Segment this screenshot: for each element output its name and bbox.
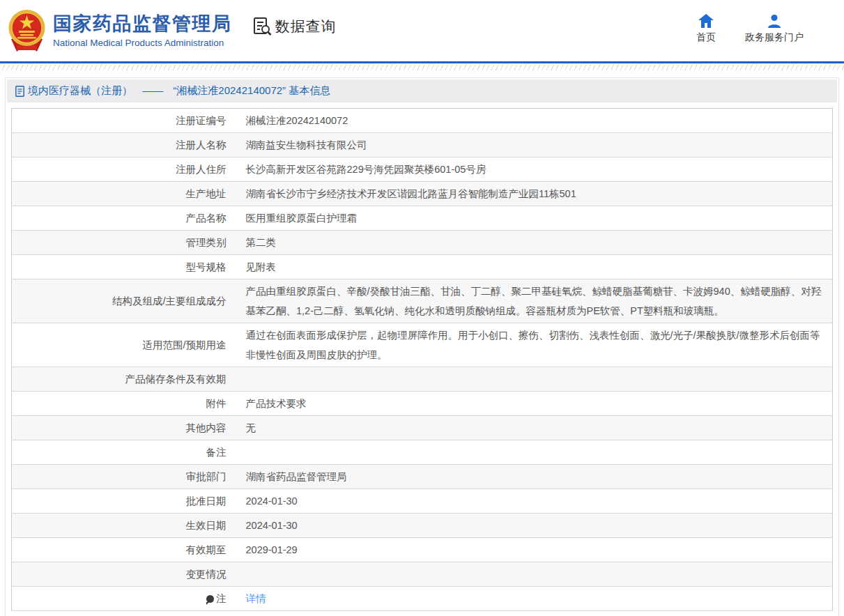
- org-title-block: 国家药品监督管理局 National Medical Products Admi…: [53, 13, 232, 47]
- breadcrumb-separator: ——: [142, 84, 163, 96]
- row-value: 湖南省长沙市宁乡经济技术开发区谐园北路蓝月谷智能制造产业园11栋501: [246, 188, 576, 199]
- detail-link[interactable]: 详情: [246, 593, 266, 604]
- site-title: 数据查询: [275, 17, 337, 36]
- row-label: 备注: [206, 447, 227, 458]
- table-row: 有效期至 2029-01-29: [12, 538, 833, 562]
- site-section: 数据查询: [252, 16, 337, 37]
- hatch-stripe-band: [0, 64, 844, 70]
- row-label: 审批部门: [186, 471, 227, 482]
- page-header: 国家药品监督管理局 National Medical Products Admi…: [0, 0, 844, 61]
- top-nav: 首页 政务服务门户: [696, 14, 804, 44]
- table-row: 生效日期 2024-01-30: [12, 514, 833, 538]
- row-value: 产品技术要求: [246, 398, 307, 409]
- row-label: 产品储存条件及有效期: [125, 374, 227, 385]
- row-value: 产品由重组胶原蛋白、辛酸/癸酸甘油三酯、甘油、丁二醇、聚二甲基硅氧烷、鲸蜡硬脂基…: [246, 286, 822, 316]
- nav-portal-label: 政务服务门户: [745, 31, 804, 44]
- table-row: 审批部门 湖南省药品监督管理局: [12, 465, 833, 489]
- header-divider-line: [0, 61, 844, 63]
- home-icon: [698, 14, 714, 28]
- row-label: 型号规格: [186, 261, 227, 272]
- row-label: 有效期至: [186, 544, 227, 555]
- row-label: 变更情况: [186, 569, 227, 580]
- row-value: 见附表: [246, 261, 277, 272]
- table-row: 型号规格 见附表: [12, 255, 833, 279]
- row-value: 2024-01-30: [246, 495, 298, 507]
- row-value: 湖南益安生物科技有限公司: [246, 139, 367, 151]
- row-value: 湘械注准20242140072: [246, 115, 348, 126]
- table-row: 批准日期 2024-01-30: [12, 489, 833, 514]
- national-emblem-logo: [7, 8, 47, 53]
- row-label: 适用范围/预期用途: [142, 339, 226, 351]
- table-row: 注册人名称 湖南益安生物科技有限公司: [12, 133, 833, 157]
- breadcrumb-category[interactable]: 境内医疗器械（注册）: [28, 84, 132, 96]
- row-value: 2029-01-29: [246, 544, 298, 555]
- row-label: 批准日期: [186, 495, 227, 507]
- registration-info-table: 注册证编号 湘械注准20242140072 注册人名称 湖南益安生物科技有限公司…: [11, 108, 833, 611]
- table-row: 备注: [12, 440, 833, 465]
- row-value: 医用重组胶原蛋白护理霜: [246, 213, 358, 224]
- row-label: 注册证编号: [176, 115, 227, 126]
- nav-item-portal[interactable]: 政务服务门户: [745, 14, 804, 44]
- person-icon: [767, 14, 782, 28]
- row-label: 生效日期: [186, 520, 227, 531]
- table-row: 适用范围/预期用途 通过在创面表面形成保护层，起物理屏障作用。用于小创口、擦伤、…: [12, 323, 833, 367]
- table-row: 注册证编号 湘械注准20242140072: [12, 109, 833, 133]
- row-value: 长沙高新开发区谷苑路229号海凭园聚英楼601-05号房: [246, 164, 486, 175]
- file-icon: [15, 86, 24, 97]
- table-row: 注 详情: [12, 587, 833, 611]
- row-label: 附件: [206, 398, 227, 409]
- table-row: 生产地址 湖南省长沙市宁乡经济技术开发区谐园北路蓝月谷智能制造产业园11栋501: [12, 182, 833, 206]
- table-row: 产品储存条件及有效期: [12, 367, 833, 392]
- main-container: 境内医疗器械（注册） —— “湘械注准20242140072” 基本信息 注册证…: [5, 77, 839, 616]
- nav-home-label: 首页: [696, 31, 716, 44]
- note-bulb-icon: [206, 595, 214, 603]
- nav-item-home[interactable]: 首页: [696, 14, 716, 44]
- document-search-icon: [252, 16, 273, 37]
- breadcrumb: 境内医疗器械（注册） —— “湘械注准20242140072” 基本信息: [7, 79, 837, 102]
- row-value: 无: [246, 422, 256, 433]
- table-row: 管理类别 第二类: [12, 231, 833, 255]
- row-value: 第二类: [246, 237, 277, 248]
- table-row: 产品名称 医用重组胶原蛋白护理霜: [12, 206, 833, 231]
- org-name-en: National Medical Products Administration: [53, 38, 232, 48]
- row-value: 湖南省药品监督管理局: [246, 471, 347, 482]
- row-label: 管理类别: [186, 237, 227, 248]
- breadcrumb-text: 境内医疗器械（注册） —— “湘械注准20242140072” 基本信息: [28, 84, 330, 98]
- registration-table-body: 注册证编号 湘械注准20242140072 注册人名称 湖南益安生物科技有限公司…: [12, 109, 833, 611]
- row-label: 结构及组成/主要组成成分: [112, 295, 227, 307]
- page-title: “湘械注准20242140072” 基本信息: [173, 84, 330, 96]
- row-label: 其他内容: [186, 422, 227, 433]
- row-label: 注: [216, 593, 227, 604]
- row-value: 2024-01-30: [246, 520, 298, 531]
- table-row: 注册人住所 长沙高新开发区谷苑路229号海凭园聚英楼601-05号房: [12, 157, 833, 182]
- row-label: 注册人住所: [176, 164, 227, 175]
- table-row: 其他内容 无: [12, 416, 833, 440]
- table-row: 附件 产品技术要求: [12, 392, 833, 416]
- table-row: 结构及组成/主要组成成分 产品由重组胶原蛋白、辛酸/癸酸甘油三酯、甘油、丁二醇、…: [12, 279, 833, 323]
- row-label: 注册人名称: [176, 139, 227, 151]
- table-row: 变更情况: [12, 562, 833, 587]
- org-name-cn: 国家药品监督管理局: [53, 13, 232, 35]
- row-label: 产品名称: [186, 213, 227, 224]
- row-label: 生产地址: [186, 188, 227, 199]
- row-value: 通过在创面表面形成保护层，起物理屏障作用。用于小创口、擦伤、切割伤、浅表性创面、…: [246, 330, 820, 360]
